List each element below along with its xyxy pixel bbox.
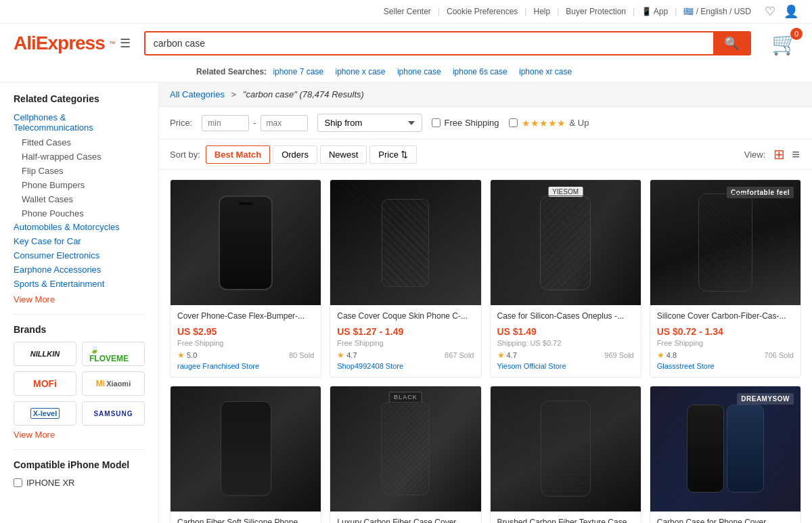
sort-newest[interactable]: Newest: [320, 145, 367, 164]
help-link[interactable]: Help: [533, 7, 550, 16]
product-store-2[interactable]: Shop4992408 Store: [337, 362, 474, 370]
price-min-input[interactable]: [202, 115, 249, 131]
sidebar-item-earphone[interactable]: Earphone Accessories: [14, 263, 145, 276]
breadcrumb-all-categories[interactable]: All Categories: [170, 89, 225, 99]
sidebar-item-key-case[interactable]: Key Case for Car: [14, 235, 145, 248]
free-shipping-filter[interactable]: Free Shipping: [432, 118, 499, 128]
product-image-2: [330, 180, 480, 305]
account-icon[interactable]: 👤: [784, 4, 798, 19]
product-stars-4: ★: [657, 350, 664, 360]
sidebar-item-wallet-cases[interactable]: Wallet Cases: [14, 192, 145, 206]
cart-badge: 0: [790, 28, 803, 40]
sidebar-item-consumer-electronics[interactable]: Consumer Electronics: [14, 249, 145, 262]
grid-view-icon: ⊞: [773, 147, 785, 162]
sidebar-divider-2: [14, 449, 145, 450]
brand-floveme[interactable]: 🍃 FLOVEME: [82, 342, 145, 366]
brand-xlevel[interactable]: X-level: [14, 401, 76, 426]
brand-nillkin[interactable]: NILLKIN: [14, 342, 76, 366]
price-max-input[interactable]: [261, 115, 308, 131]
product-card[interactable]: Case Cover Coque Skin Phone C-... US $1.…: [330, 179, 481, 378]
iphone-xr-filter[interactable]: IPHONE XR: [14, 476, 145, 490]
view-toggle: View: ⊞ ≡: [744, 145, 801, 164]
product-stars-1: ★: [177, 350, 185, 360]
product-title-4: Silicone Cover Carbon-Fiber-Cas-...: [657, 311, 794, 322]
iphone-xr-checkbox[interactable]: [14, 478, 22, 487]
free-shipping-checkbox[interactable]: [432, 118, 441, 127]
product-card[interactable]: Cover Phone-Case Flex-Bumper-... US $2.9…: [170, 179, 321, 378]
categories-view-more[interactable]: View More: [14, 294, 145, 304]
product-title-3: Case for Silicon-Cases Oneplus -...: [497, 311, 634, 322]
sort-price[interactable]: Price ⇅: [369, 145, 417, 164]
main-layout: Related Categories Cellphones & Telecomm…: [0, 83, 812, 523]
product-meta-3: ★ 4.7 969 Sold: [497, 350, 634, 360]
sort-best-match[interactable]: Best Match: [206, 145, 270, 164]
language-selector[interactable]: 🇬🇷 / English / USD: [683, 7, 751, 16]
related-search-iphone[interactable]: iphone case: [397, 67, 441, 76]
stars-checkbox[interactable]: [509, 118, 518, 127]
sidebar-item-fitted-cases[interactable]: Fitted Cases: [14, 135, 145, 150]
breadcrumb-separator: >: [231, 89, 237, 99]
product-store-1[interactable]: raugee Franchised Store: [177, 362, 314, 370]
product-card[interactable]: Brushed Carbon Fiber Texture Case... US …: [490, 386, 641, 523]
free-shipping-label: Free Shipping: [445, 118, 499, 128]
product-store-3[interactable]: Yiesom Official Store: [497, 362, 634, 370]
brand-mofi[interactable]: MOFi: [14, 371, 76, 396]
related-search-iphone6s[interactable]: iphone 6s case: [453, 67, 508, 76]
sidebar-item-cellphones[interactable]: Cellphones & Telecommunications: [14, 111, 145, 134]
product-title-2: Case Cover Coque Skin Phone C-...: [337, 311, 474, 322]
cookie-preferences-link[interactable]: Cookie Preferences: [447, 7, 518, 16]
product-info-5: Carbon Fiber Soft Silicone Phone Case...…: [171, 511, 321, 523]
product-meta-2: ★ 4.7 867 Sold: [337, 350, 474, 360]
product-info-1: Cover Phone-Case Flex-Bumper-... US $2.9…: [171, 305, 321, 377]
ship-from-select[interactable]: Ship from China United States Russian Fe…: [317, 114, 422, 132]
wishlist-icon[interactable]: ♡: [765, 4, 775, 19]
sidebar-item-sports[interactable]: Sports & Entertainment: [14, 277, 145, 290]
brand-xiaomi[interactable]: MiXiaomi: [82, 371, 145, 396]
product-rating-2: ★ 4.7: [337, 350, 357, 360]
cart-container[interactable]: 🛒 0: [771, 30, 798, 56]
brand-samsung[interactable]: SAMSUNG: [82, 401, 145, 426]
product-card[interactable]: BLACK Luxury Carbon Fiber Case Cover... …: [330, 386, 481, 523]
phone-shape-1: [219, 196, 273, 290]
product-stars-2: ★: [337, 350, 344, 360]
product-card[interactable]: Carbon Fiber Soft Silicone Phone Case...…: [170, 386, 321, 523]
buyer-protection-link[interactable]: Buyer Protection: [566, 7, 626, 16]
related-searches: Related Searches: iphone 7 case iphone x…: [0, 63, 812, 83]
sort-bar: Sort by: Best Match Orders Newest Price …: [159, 139, 812, 170]
sidebar-item-phone-bumpers[interactable]: Phone Bumpers: [14, 178, 145, 192]
grid-view-button[interactable]: ⊞: [772, 145, 786, 164]
sidebar-item-automobiles[interactable]: Automobiles & Motorcycles: [14, 221, 145, 233]
related-search-iphonexr[interactable]: iphone xr case: [519, 67, 572, 76]
product-title-1: Cover Phone-Case Flex-Bumper-...: [177, 311, 314, 322]
product-shipping-2: Free Shipping: [337, 339, 474, 347]
product-store-4[interactable]: Glassstreet Store: [657, 362, 794, 370]
seller-center-link[interactable]: Seller Center: [384, 7, 431, 16]
app-link[interactable]: 📱 App: [641, 7, 668, 16]
related-search-iphonex[interactable]: iphone x case: [335, 67, 385, 76]
stars-display: ★★★★★: [522, 118, 566, 129]
logo-text[interactable]: AliExpress: [14, 32, 105, 54]
search-bar: 🔍: [144, 31, 751, 55]
product-card[interactable]: YIESOM Case for Silicon-Cases Oneplus -.…: [490, 179, 641, 378]
stars-filter[interactable]: ★★★★★ & Up: [509, 118, 589, 129]
product-image-7: [491, 386, 641, 511]
price-filter: -: [202, 115, 307, 131]
product-card[interactable]: Comfortable feel Silicone Cover Carbon-F…: [650, 179, 801, 378]
filters-bar: Price: - Ship from China United States R…: [159, 107, 812, 139]
sidebar-item-flip-cases[interactable]: Flip Cases: [14, 164, 145, 178]
product-price-4: US $0.72 - 1.34: [657, 326, 794, 337]
sidebar-item-half-wrapped[interactable]: Half-wrapped Cases: [14, 150, 145, 164]
sidebar-item-phone-pouches[interactable]: Phone Pouches: [14, 206, 145, 221]
search-button[interactable]: 🔍: [713, 32, 750, 54]
brands-grid: NILLKIN 🍃 FLOVEME MOFi MiXiaomi X-level …: [14, 342, 145, 426]
search-input[interactable]: [145, 32, 713, 54]
list-view-button[interactable]: ≡: [790, 145, 801, 164]
list-view-icon: ≡: [792, 147, 800, 162]
sort-orders[interactable]: Orders: [273, 145, 317, 164]
product-info-2: Case Cover Coque Skin Phone C-... US $1.…: [330, 305, 480, 377]
related-search-iphone7[interactable]: iphone 7 case: [273, 67, 323, 76]
product-card[interactable]: DREAMYSOW Carbon Case for Phone Cover...…: [650, 386, 801, 523]
product-rating-3: ★ 4.7: [497, 350, 517, 360]
hamburger-menu-icon[interactable]: ☰: [120, 36, 131, 51]
brands-view-more[interactable]: View More: [14, 430, 145, 440]
